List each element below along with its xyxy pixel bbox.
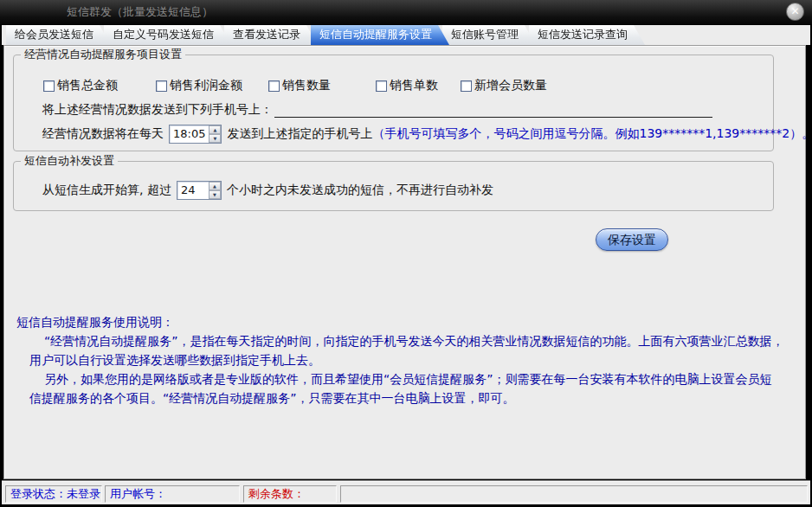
resend-suffix-label: 个小时之内未发送成功的短信，不再进行自动补发	[227, 183, 493, 198]
hours-value: 24	[177, 182, 209, 199]
spinner-buttons: ▲ ▼	[209, 125, 221, 143]
spin-down-icon[interactable]: ▼	[209, 190, 221, 199]
auto-resend-group: 短信自动补发设置 从短信生成开始算, 超过 24 ▲ ▼ 个小时之内未发送成功的…	[13, 161, 774, 211]
reminder-settings-group: 经营情况自动提醒服务项目设置 销售总金额 销售利润金额 销售数量 销售单数	[13, 55, 774, 151]
checkbox-sales-profit[interactable]: 销售利润金额	[156, 78, 242, 93]
resend-prefix-label: 从短信生成开始算, 超过	[42, 183, 171, 198]
hours-spinner[interactable]: 24 ▲ ▼	[177, 181, 222, 200]
user-account-label: 用户帐号：	[105, 485, 240, 503]
checkbox-icon[interactable]	[268, 80, 280, 92]
status-bar: 登录状态：未登录 用户帐号： 剩余条数：	[2, 481, 810, 504]
resend-group-title: 短信自动补发设置	[21, 154, 118, 168]
checkbox-new-members[interactable]: 新增会员数量	[461, 78, 547, 93]
phone-numbers-label: 将上述经营情况数据发送到下列手机号上：	[42, 102, 273, 118]
time-spinner[interactable]: 18:05 ▲ ▼	[169, 125, 222, 144]
instructions-title: 短信自动提醒服务使用说明：	[16, 312, 800, 331]
tab-view-send-records[interactable]: 查看发送记录	[224, 25, 318, 45]
save-settings-button[interactable]: 保存设置	[596, 228, 668, 251]
send-time-row: 经营情况数据将在每天 18:05 ▲ ▼ 发送到上述指定的手机号上 （手机号可填…	[42, 125, 812, 144]
checkbox-sales-quantity[interactable]: 销售数量	[268, 78, 331, 93]
tab-send-record-query[interactable]: 短信发送记录查询	[529, 25, 645, 45]
instructions-line: 用户可以自行设置选择发送哪些数据到指定手机上去。	[29, 350, 800, 369]
spin-up-icon[interactable]: ▲	[209, 125, 221, 134]
checkbox-icon[interactable]	[461, 80, 472, 92]
spin-up-icon[interactable]: ▲	[209, 182, 221, 190]
remaining-count-label: 剩余条数：	[243, 485, 337, 503]
tab-send-to-members[interactable]: 给会员发送短信	[6, 25, 111, 45]
tab-bar: 给会员发送短信 自定义号码发送短信 查看发送记录 短信自动提醒服务设置 短信账号…	[2, 25, 810, 45]
app-window: 短信群发（批量发送短信息） ✕ 给会员发送短信 自定义号码发送短信 查看发送记录…	[0, 0, 812, 507]
checkbox-order-count[interactable]: 销售单数	[376, 78, 438, 93]
checkbox-row: 销售总金额 销售利润金额 销售数量 销售单数 新增会员数量	[14, 78, 773, 92]
title-bar: 短信群发（批量发送短信息） ✕	[0, 0, 812, 24]
spin-down-icon[interactable]: ▼	[209, 134, 221, 143]
tab-send-to-custom-numbers[interactable]: 自定义号码发送短信	[104, 25, 231, 45]
time-value: 18:05	[170, 125, 209, 143]
close-icon[interactable]: ✕	[786, 3, 804, 21]
tab-sms-account-management[interactable]: 短信账号管理	[442, 25, 536, 45]
checkbox-total-sales[interactable]: 销售总金额	[43, 78, 118, 93]
checkbox-icon[interactable]	[376, 80, 387, 92]
send-time-prefix-label: 经营情况数据将在每天	[42, 126, 164, 142]
checkbox-icon[interactable]	[43, 80, 55, 92]
instructions-line: 信提醒服务的各个项目。“经营情况自动提醒服务”，只需要在其中一台电脑上设置，即可…	[29, 388, 800, 408]
reminder-group-title: 经营情况自动提醒服务项目设置	[21, 48, 185, 61]
phone-format-hint: （手机号可填写多个，号码之间用逗号分隔。例如139*******1,139***…	[372, 126, 812, 142]
phone-numbers-input[interactable]	[274, 101, 712, 118]
send-time-suffix-label: 发送到上述指定的手机号上	[227, 126, 372, 142]
window-title: 短信群发（批量发送短信息）	[67, 5, 213, 18]
status-spacer-panel	[340, 485, 808, 503]
checkbox-icon[interactable]	[156, 80, 167, 92]
usage-instructions: 短信自动提醒服务使用说明： “经营情况自动提醒服务”，是指在每天指定的时间，向指…	[16, 312, 800, 408]
tab-content-panel: 经营情况自动提醒服务项目设置 销售总金额 销售利润金额 销售数量 销售单数	[3, 45, 806, 479]
spinner-buttons: ▲ ▼	[209, 182, 221, 199]
login-status: 登录状态：未登录	[5, 485, 102, 503]
tab-auto-reminder-settings[interactable]: 短信自动提醒服务设置	[311, 25, 449, 45]
instructions-line: “经营情况自动提醒服务”，是指在每天指定的时间，向指定的手机号发送今天的相关营业…	[44, 331, 800, 350]
phone-number-row: 将上述经营情况数据发送到下列手机号上：	[42, 101, 712, 118]
instructions-line: 另外，如果您用的是网络版或者是专业版的软件，而且希望使用“会员短信提醒服务”；则…	[44, 369, 800, 388]
resend-hours-row: 从短信生成开始算, 超过 24 ▲ ▼ 个小时之内未发送成功的短信，不再进行自动…	[42, 181, 493, 200]
